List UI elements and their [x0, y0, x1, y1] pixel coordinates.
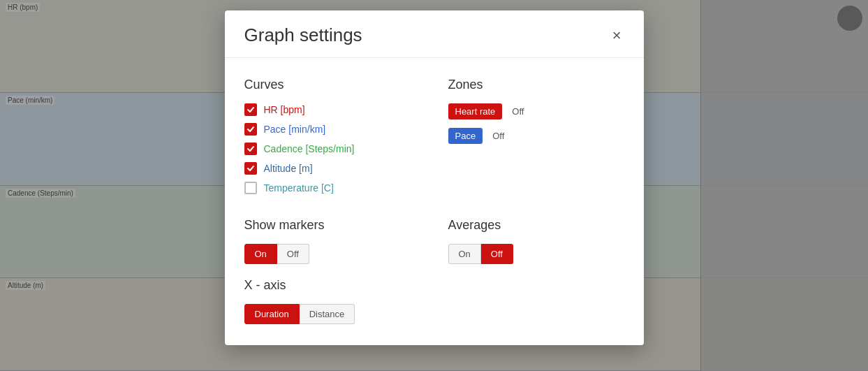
curve-label-altitude: Altitude [m] [264, 163, 313, 174]
show-markers-title: Show markers [244, 218, 420, 233]
curve-item-pace[interactable]: Pace [min/km] [244, 123, 420, 136]
averages-section: Averages On Off [448, 218, 624, 264]
averages-toggle: On Off [448, 244, 624, 264]
graph-settings-dialog: Graph settings × Curves HR [bpm] Pace [m… [225, 10, 644, 345]
curves-section: Curves HR [bpm] Pace [min/km] Cadence [S… [244, 78, 420, 201]
xaxis-section: X - axis Duration Distance [225, 264, 644, 324]
show-markers-off-button[interactable]: Off [277, 244, 309, 264]
zone-row-heartrate: Heart rate Off [448, 103, 624, 119]
curve-item-hr[interactable]: HR [bpm] [244, 103, 420, 116]
curve-checkbox-pace[interactable] [244, 123, 257, 136]
xaxis-toggle: Duration Distance [244, 304, 624, 324]
zone-badge-heartrate[interactable]: Heart rate [448, 103, 503, 119]
zone-row-pace: Pace Off [448, 128, 624, 144]
curve-checkbox-altitude[interactable] [244, 162, 257, 175]
xaxis-distance-button[interactable]: Distance [300, 304, 355, 324]
xaxis-duration-button[interactable]: Duration [244, 304, 300, 324]
curves-section-title: Curves [244, 78, 420, 92]
curve-item-cadence[interactable]: Cadence [Steps/min] [244, 143, 420, 155]
curve-item-altitude[interactable]: Altitude [m] [244, 162, 420, 175]
curve-checkbox-cadence[interactable] [244, 143, 257, 155]
close-button[interactable]: × [610, 28, 624, 43]
averages-off-button[interactable]: Off [481, 244, 513, 264]
xaxis-title: X - axis [244, 278, 624, 293]
curve-label-pace: Pace [min/km] [264, 124, 326, 135]
show-markers-toggle: On Off [244, 244, 420, 264]
bottom-section: Show markers On Off Averages On Off [225, 201, 644, 264]
zones-section-title: Zones [448, 78, 624, 92]
show-markers-on-button[interactable]: On [244, 244, 277, 264]
zone-off-heartrate[interactable]: Off [508, 103, 528, 119]
curve-label-temperature: Temperature [C] [264, 182, 334, 194]
dialog-title: Graph settings [244, 24, 362, 46]
dialog-body: Curves HR [bpm] Pace [min/km] Cadence [S… [225, 58, 644, 201]
show-markers-section: Show markers On Off [244, 218, 420, 264]
curve-item-temperature[interactable]: Temperature [C] [244, 182, 420, 194]
averages-on-button[interactable]: On [448, 244, 481, 264]
curve-checkbox-hr[interactable] [244, 103, 257, 116]
curve-checkbox-temperature[interactable] [244, 182, 257, 194]
averages-title: Averages [448, 218, 624, 233]
curve-label-cadence: Cadence [Steps/min] [264, 143, 355, 154]
zones-section: Zones Heart rate Off Pace Off [448, 78, 624, 201]
zone-badge-pace[interactable]: Pace [448, 128, 483, 144]
curve-label-hr: HR [bpm] [264, 104, 305, 115]
dialog-header: Graph settings × [225, 10, 644, 58]
zone-off-pace[interactable]: Off [488, 128, 508, 144]
